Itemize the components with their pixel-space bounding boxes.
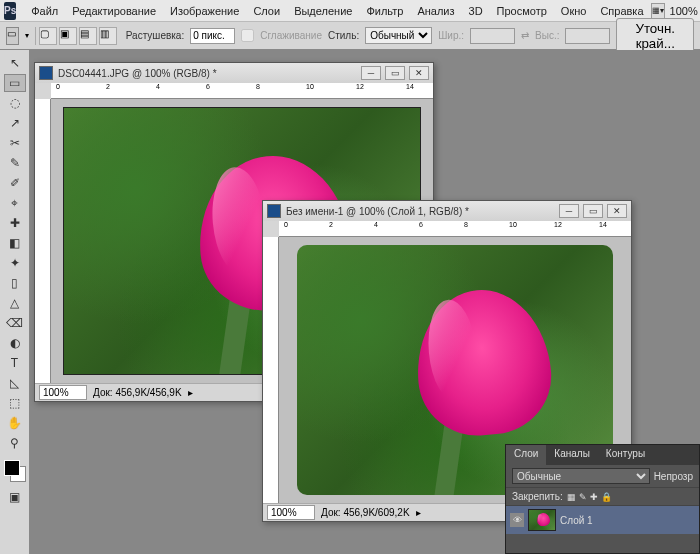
history-brush-tool-icon[interactable]: ◧ (4, 234, 26, 252)
doc-size-info: Док: 456,9K/609,2K (321, 507, 410, 518)
doc-size-info: Док: 456,9K/456,9K (93, 387, 182, 398)
options-bar: ▭ ▾ ▢ ▣ ▤ ▥ Растушевка: Сглаживание Стил… (0, 22, 700, 50)
titlebar[interactable]: Без имени-1 @ 100% (Слой 1, RGB/8) * ─ ▭… (263, 201, 631, 221)
pen-tool-icon[interactable]: ◐ (4, 334, 26, 352)
work-area: ↖ ▭ ◌ ↗ ✂ ✎ ✐ ⌖ ✚ ◧ ✦ ▯ △ ⌫ ◐ T ◺ ⬚ ✋ ⚲ … (0, 50, 700, 554)
tab-channels[interactable]: Каналы (546, 445, 598, 465)
zoom-field[interactable]: 100% (267, 505, 315, 520)
selection-mode-group: ▢ ▣ ▤ ▥ (35, 27, 120, 45)
vertical-ruler (263, 237, 279, 503)
dodge-tool-icon[interactable]: ⌫ (4, 314, 26, 332)
selection-intersect-icon[interactable]: ▥ (99, 27, 117, 45)
minimize-button[interactable]: ─ (559, 204, 579, 218)
stamp-tool-icon[interactable]: ✚ (4, 214, 26, 232)
blend-mode-select[interactable]: Обычные (512, 468, 650, 484)
menu-3d[interactable]: 3D (462, 5, 490, 17)
visibility-toggle-icon[interactable]: 👁 (510, 513, 524, 527)
zoom-control[interactable]: 100% ▾ (665, 4, 700, 17)
foreground-color-swatch[interactable] (4, 460, 20, 476)
eyedropper-tool-icon[interactable]: ✎ (4, 154, 26, 172)
style-select[interactable]: Обычный (365, 27, 432, 44)
width-input (470, 28, 515, 44)
refine-edge-button[interactable]: Уточн. край... (616, 18, 694, 54)
menu-analysis[interactable]: Анализ (410, 5, 461, 17)
close-button[interactable]: ✕ (607, 204, 627, 218)
tab-paths[interactable]: Контуры (598, 445, 653, 465)
marquee-tool-icon[interactable]: ▭ (4, 74, 26, 92)
vertical-ruler (35, 99, 51, 383)
document-title: Без имени-1 @ 100% (Слой 1, RGB/8) * (286, 206, 469, 217)
maximize-button[interactable]: ▭ (583, 204, 603, 218)
selection-subtract-icon[interactable]: ▤ (79, 27, 97, 45)
menu-edit[interactable]: Редактирование (65, 5, 163, 17)
menu-view[interactable]: Просмотр (490, 5, 554, 17)
menu-filter[interactable]: Фильтр (359, 5, 410, 17)
minimize-button[interactable]: ─ (361, 66, 381, 80)
chevron-down-icon[interactable]: ▾ (25, 31, 29, 40)
menu-help[interactable]: Справка (593, 5, 650, 17)
chevron-right-icon[interactable]: ▸ (188, 387, 193, 398)
workspace-switcher[interactable]: ▦▾ (651, 3, 665, 19)
gradient-tool-icon[interactable]: ▯ (4, 274, 26, 292)
marquee-tool-preset-icon[interactable]: ▭ (6, 27, 19, 45)
horizontal-ruler: 0 2 4 6 8 10 12 14 (279, 221, 631, 237)
menu-window[interactable]: Окно (554, 5, 594, 17)
antialias-checkbox (241, 29, 254, 42)
healing-tool-icon[interactable]: ✐ (4, 174, 26, 192)
brush-tool-icon[interactable]: ⌖ (4, 194, 26, 212)
titlebar[interactable]: DSC04441.JPG @ 100% (RGB/8) * ─ ▭ ✕ (35, 63, 433, 83)
zoom-tool-icon[interactable]: ⚲ (4, 434, 26, 452)
layer-row[interactable]: 👁 Слой 1 (506, 506, 699, 534)
antialias-label: Сглаживание (260, 30, 322, 41)
tab-layers[interactable]: Слои (506, 445, 546, 465)
height-label: Выс.: (535, 30, 559, 41)
document-title: DSC04441.JPG @ 100% (RGB/8) * (58, 68, 217, 79)
lock-label: Закрепить: (512, 491, 563, 502)
lock-position-icon[interactable]: ✚ (590, 492, 598, 502)
feather-input[interactable] (190, 28, 235, 44)
lasso-tool-icon[interactable]: ◌ (4, 94, 26, 112)
style-label: Стиль: (328, 30, 359, 41)
height-input (565, 28, 610, 44)
hand-tool-icon[interactable]: ✋ (4, 414, 26, 432)
maximize-button[interactable]: ▭ (385, 66, 405, 80)
document-icon (39, 66, 53, 80)
shape-tool-icon[interactable]: ⬚ (4, 394, 26, 412)
lock-all-icon[interactable]: 🔒 (601, 492, 612, 502)
move-tool-icon[interactable]: ↖ (4, 54, 26, 72)
quick-select-tool-icon[interactable]: ↗ (4, 114, 26, 132)
layer-thumbnail[interactable] (528, 509, 556, 531)
chevron-right-icon[interactable]: ▸ (416, 507, 421, 518)
horizontal-ruler: 0 2 4 6 8 10 12 14 (51, 83, 433, 99)
selection-new-icon[interactable]: ▢ (39, 27, 57, 45)
menu-layers[interactable]: Слои (246, 5, 287, 17)
panel-tabs: Слои Каналы Контуры (506, 445, 699, 465)
blur-tool-icon[interactable]: △ (4, 294, 26, 312)
layer-name[interactable]: Слой 1 (560, 515, 593, 526)
swap-icon: ⇄ (521, 30, 529, 41)
width-label: Шир.: (438, 30, 464, 41)
document-icon (267, 204, 281, 218)
zoom-value: 100% (670, 5, 698, 17)
menu-file[interactable]: Файл (24, 5, 65, 17)
menu-select[interactable]: Выделение (287, 5, 359, 17)
lock-transparency-icon[interactable]: ▦ (567, 492, 576, 502)
opacity-label: Непрозр (654, 471, 693, 482)
color-swatches[interactable] (4, 460, 26, 482)
lock-pixels-icon[interactable]: ✎ (579, 492, 587, 502)
feather-label: Растушевка: (126, 30, 184, 41)
toolbox: ↖ ▭ ◌ ↗ ✂ ✎ ✐ ⌖ ✚ ◧ ✦ ▯ △ ⌫ ◐ T ◺ ⬚ ✋ ⚲ … (0, 50, 30, 554)
quickmask-icon[interactable]: ▣ (4, 488, 26, 506)
zoom-field[interactable]: 100% (39, 385, 87, 400)
layers-panel[interactable]: Слои Каналы Контуры Обычные Непрозр Закр… (505, 444, 700, 554)
path-select-tool-icon[interactable]: ◺ (4, 374, 26, 392)
crop-tool-icon[interactable]: ✂ (4, 134, 26, 152)
type-tool-icon[interactable]: T (4, 354, 26, 372)
app-logo: Ps (4, 2, 16, 20)
menu-image[interactable]: Изображение (163, 5, 246, 17)
eraser-tool-icon[interactable]: ✦ (4, 254, 26, 272)
menu-bar: Ps Файл Редактирование Изображение Слои … (0, 0, 700, 22)
close-button[interactable]: ✕ (409, 66, 429, 80)
selection-add-icon[interactable]: ▣ (59, 27, 77, 45)
